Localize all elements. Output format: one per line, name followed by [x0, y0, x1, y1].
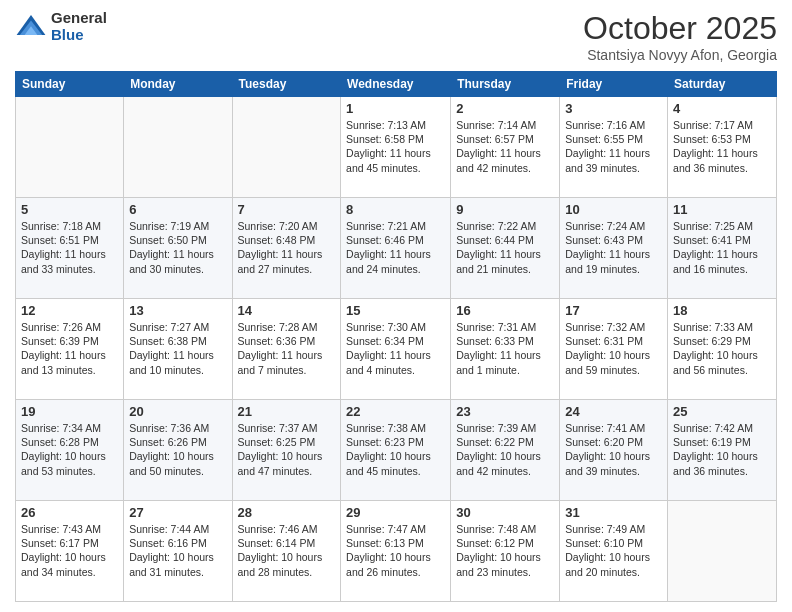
day-cell: 15Sunrise: 7:30 AM Sunset: 6:34 PM Dayli…	[341, 299, 451, 400]
week-row-2: 5Sunrise: 7:18 AM Sunset: 6:51 PM Daylig…	[16, 198, 777, 299]
day-number: 10	[565, 202, 662, 217]
day-info: Sunrise: 7:18 AM Sunset: 6:51 PM Dayligh…	[21, 219, 118, 276]
logo-general-text: General	[51, 10, 107, 27]
day-number: 1	[346, 101, 445, 116]
calendar-header: Sunday Monday Tuesday Wednesday Thursday…	[16, 72, 777, 97]
day-number: 22	[346, 404, 445, 419]
col-wednesday: Wednesday	[341, 72, 451, 97]
header-row: Sunday Monday Tuesday Wednesday Thursday…	[16, 72, 777, 97]
col-monday: Monday	[124, 72, 232, 97]
day-cell: 20Sunrise: 7:36 AM Sunset: 6:26 PM Dayli…	[124, 400, 232, 501]
day-cell: 9Sunrise: 7:22 AM Sunset: 6:44 PM Daylig…	[451, 198, 560, 299]
day-number: 26	[21, 505, 118, 520]
day-cell: 5Sunrise: 7:18 AM Sunset: 6:51 PM Daylig…	[16, 198, 124, 299]
col-friday: Friday	[560, 72, 668, 97]
day-info: Sunrise: 7:46 AM Sunset: 6:14 PM Dayligh…	[238, 522, 336, 579]
day-number: 25	[673, 404, 771, 419]
day-number: 23	[456, 404, 554, 419]
day-info: Sunrise: 7:39 AM Sunset: 6:22 PM Dayligh…	[456, 421, 554, 478]
day-cell	[16, 97, 124, 198]
day-cell: 14Sunrise: 7:28 AM Sunset: 6:36 PM Dayli…	[232, 299, 341, 400]
week-row-3: 12Sunrise: 7:26 AM Sunset: 6:39 PM Dayli…	[16, 299, 777, 400]
day-info: Sunrise: 7:28 AM Sunset: 6:36 PM Dayligh…	[238, 320, 336, 377]
day-cell: 7Sunrise: 7:20 AM Sunset: 6:48 PM Daylig…	[232, 198, 341, 299]
day-number: 2	[456, 101, 554, 116]
day-cell: 28Sunrise: 7:46 AM Sunset: 6:14 PM Dayli…	[232, 501, 341, 602]
day-info: Sunrise: 7:32 AM Sunset: 6:31 PM Dayligh…	[565, 320, 662, 377]
day-number: 4	[673, 101, 771, 116]
day-info: Sunrise: 7:27 AM Sunset: 6:38 PM Dayligh…	[129, 320, 226, 377]
col-thursday: Thursday	[451, 72, 560, 97]
day-cell: 19Sunrise: 7:34 AM Sunset: 6:28 PM Dayli…	[16, 400, 124, 501]
day-number: 19	[21, 404, 118, 419]
day-number: 9	[456, 202, 554, 217]
day-cell: 24Sunrise: 7:41 AM Sunset: 6:20 PM Dayli…	[560, 400, 668, 501]
day-number: 5	[21, 202, 118, 217]
day-cell: 16Sunrise: 7:31 AM Sunset: 6:33 PM Dayli…	[451, 299, 560, 400]
day-number: 17	[565, 303, 662, 318]
day-info: Sunrise: 7:48 AM Sunset: 6:12 PM Dayligh…	[456, 522, 554, 579]
day-cell: 11Sunrise: 7:25 AM Sunset: 6:41 PM Dayli…	[668, 198, 777, 299]
week-row-4: 19Sunrise: 7:34 AM Sunset: 6:28 PM Dayli…	[16, 400, 777, 501]
logo-text: General Blue	[51, 10, 107, 43]
day-info: Sunrise: 7:24 AM Sunset: 6:43 PM Dayligh…	[565, 219, 662, 276]
day-number: 24	[565, 404, 662, 419]
location-subtitle: Stantsiya Novyy Afon, Georgia	[583, 47, 777, 63]
day-cell: 4Sunrise: 7:17 AM Sunset: 6:53 PM Daylig…	[668, 97, 777, 198]
week-row-5: 26Sunrise: 7:43 AM Sunset: 6:17 PM Dayli…	[16, 501, 777, 602]
day-cell: 13Sunrise: 7:27 AM Sunset: 6:38 PM Dayli…	[124, 299, 232, 400]
day-cell: 29Sunrise: 7:47 AM Sunset: 6:13 PM Dayli…	[341, 501, 451, 602]
col-saturday: Saturday	[668, 72, 777, 97]
calendar-body: 1Sunrise: 7:13 AM Sunset: 6:58 PM Daylig…	[16, 97, 777, 602]
col-tuesday: Tuesday	[232, 72, 341, 97]
day-cell: 27Sunrise: 7:44 AM Sunset: 6:16 PM Dayli…	[124, 501, 232, 602]
day-info: Sunrise: 7:26 AM Sunset: 6:39 PM Dayligh…	[21, 320, 118, 377]
day-cell: 25Sunrise: 7:42 AM Sunset: 6:19 PM Dayli…	[668, 400, 777, 501]
day-number: 11	[673, 202, 771, 217]
day-number: 16	[456, 303, 554, 318]
logo-blue-text: Blue	[51, 27, 107, 44]
day-info: Sunrise: 7:19 AM Sunset: 6:50 PM Dayligh…	[129, 219, 226, 276]
day-number: 21	[238, 404, 336, 419]
day-info: Sunrise: 7:22 AM Sunset: 6:44 PM Dayligh…	[456, 219, 554, 276]
day-info: Sunrise: 7:36 AM Sunset: 6:26 PM Dayligh…	[129, 421, 226, 478]
day-number: 28	[238, 505, 336, 520]
day-cell: 1Sunrise: 7:13 AM Sunset: 6:58 PM Daylig…	[341, 97, 451, 198]
day-info: Sunrise: 7:34 AM Sunset: 6:28 PM Dayligh…	[21, 421, 118, 478]
day-info: Sunrise: 7:25 AM Sunset: 6:41 PM Dayligh…	[673, 219, 771, 276]
day-cell: 3Sunrise: 7:16 AM Sunset: 6:55 PM Daylig…	[560, 97, 668, 198]
day-info: Sunrise: 7:41 AM Sunset: 6:20 PM Dayligh…	[565, 421, 662, 478]
day-info: Sunrise: 7:38 AM Sunset: 6:23 PM Dayligh…	[346, 421, 445, 478]
day-info: Sunrise: 7:30 AM Sunset: 6:34 PM Dayligh…	[346, 320, 445, 377]
day-cell: 17Sunrise: 7:32 AM Sunset: 6:31 PM Dayli…	[560, 299, 668, 400]
day-number: 14	[238, 303, 336, 318]
page: General Blue October 2025 Stantsiya Novy…	[0, 0, 792, 612]
day-cell: 12Sunrise: 7:26 AM Sunset: 6:39 PM Dayli…	[16, 299, 124, 400]
day-number: 18	[673, 303, 771, 318]
day-number: 3	[565, 101, 662, 116]
day-number: 12	[21, 303, 118, 318]
day-info: Sunrise: 7:13 AM Sunset: 6:58 PM Dayligh…	[346, 118, 445, 175]
day-number: 8	[346, 202, 445, 217]
col-sunday: Sunday	[16, 72, 124, 97]
day-number: 6	[129, 202, 226, 217]
week-row-1: 1Sunrise: 7:13 AM Sunset: 6:58 PM Daylig…	[16, 97, 777, 198]
day-info: Sunrise: 7:17 AM Sunset: 6:53 PM Dayligh…	[673, 118, 771, 175]
day-info: Sunrise: 7:47 AM Sunset: 6:13 PM Dayligh…	[346, 522, 445, 579]
day-info: Sunrise: 7:31 AM Sunset: 6:33 PM Dayligh…	[456, 320, 554, 377]
day-number: 15	[346, 303, 445, 318]
month-title: October 2025	[583, 10, 777, 47]
day-number: 31	[565, 505, 662, 520]
day-info: Sunrise: 7:43 AM Sunset: 6:17 PM Dayligh…	[21, 522, 118, 579]
day-cell: 23Sunrise: 7:39 AM Sunset: 6:22 PM Dayli…	[451, 400, 560, 501]
day-cell: 21Sunrise: 7:37 AM Sunset: 6:25 PM Dayli…	[232, 400, 341, 501]
day-cell: 26Sunrise: 7:43 AM Sunset: 6:17 PM Dayli…	[16, 501, 124, 602]
logo: General Blue	[15, 10, 107, 43]
day-cell: 30Sunrise: 7:48 AM Sunset: 6:12 PM Dayli…	[451, 501, 560, 602]
logo-icon	[15, 11, 47, 43]
day-info: Sunrise: 7:16 AM Sunset: 6:55 PM Dayligh…	[565, 118, 662, 175]
day-cell	[232, 97, 341, 198]
day-info: Sunrise: 7:21 AM Sunset: 6:46 PM Dayligh…	[346, 219, 445, 276]
day-info: Sunrise: 7:14 AM Sunset: 6:57 PM Dayligh…	[456, 118, 554, 175]
day-info: Sunrise: 7:37 AM Sunset: 6:25 PM Dayligh…	[238, 421, 336, 478]
